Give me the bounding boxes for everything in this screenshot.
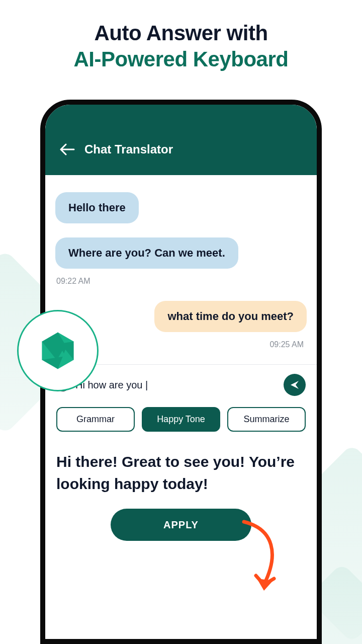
back-icon[interactable] [59, 141, 75, 157]
app-title: Chat Translator [84, 142, 173, 156]
input-row: Hi how are you | [56, 374, 306, 396]
outgoing-bubble: what time do you meet? [154, 301, 307, 332]
tone-chips: Grammar Happy Tone Summarize [56, 407, 306, 432]
ai-badge[interactable] [17, 310, 99, 391]
message-row: Where are you? Can we meet. [55, 237, 307, 283]
send-button[interactable] [284, 374, 306, 396]
chip-grammar[interactable]: Grammar [56, 407, 135, 432]
app-bar: Chat Translator [45, 105, 317, 175]
message-input[interactable]: Hi how are you | [75, 379, 278, 391]
incoming-bubble: Where are you? Can we meet. [55, 237, 238, 269]
incoming-bubble: Hello there [55, 192, 139, 223]
result-text: Hi there! Great to see you! You’re looki… [45, 432, 317, 495]
chip-summarize[interactable]: Summarize [227, 407, 306, 432]
chip-happy-tone[interactable]: Happy Tone [142, 407, 220, 432]
hero-line-1: Auto Answer with [0, 21, 362, 45]
apply-button[interactable]: APPLY [111, 509, 251, 541]
message-row: Hello there [55, 192, 307, 237]
aperture-icon [34, 327, 82, 375]
hero-line-2: AI-Powered Keyboard [0, 47, 362, 71]
hero-title: Auto Answer with AI-Powered Keyboard [0, 0, 362, 71]
